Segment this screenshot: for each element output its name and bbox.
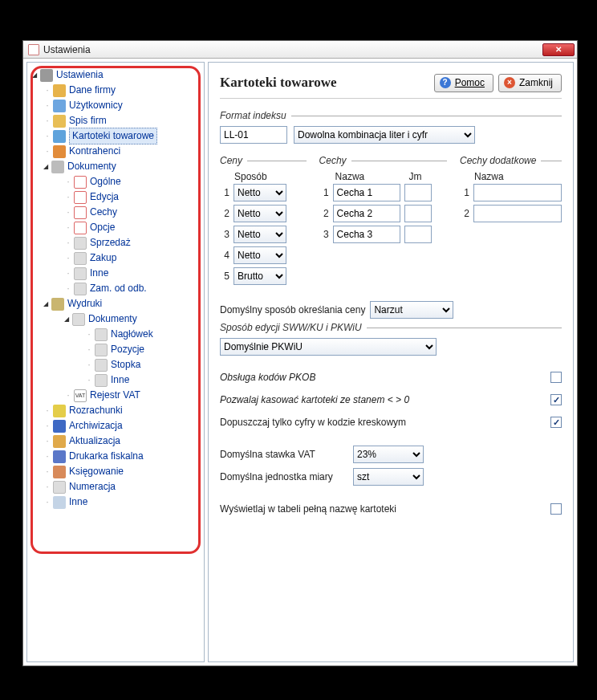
- price-mode-select[interactable]: Netto: [234, 226, 286, 243]
- close-button[interactable]: × Zamknij: [498, 74, 562, 92]
- label: Nazwa: [335, 171, 403, 182]
- price-mode-select[interactable]: Netto: [234, 246, 286, 264]
- ceny-row: 5Brutto: [220, 266, 307, 287]
- legend: Cechy: [319, 155, 351, 166]
- default-price-select[interactable]: Narzut: [370, 301, 453, 319]
- tree-item-dane-firmy[interactable]: ·Dane firmy: [30, 83, 204, 98]
- tree-item-rejestr-vat[interactable]: ·VATRejestr VAT: [30, 388, 204, 403]
- tree-item-drukarka-fiskalna[interactable]: ·Drukarka fiskalna: [30, 449, 204, 464]
- pages-icon: [74, 267, 87, 280]
- money-icon: [53, 405, 66, 417]
- feature-name-input[interactable]: [333, 226, 400, 243]
- pages-icon: [74, 283, 87, 295]
- settings-tree[interactable]: ◢ Ustawienia ·Dane firmy ·Użytkownicy ·S…: [27, 63, 204, 515]
- tree-item-kontrahenci[interactable]: ·Kontrahenci: [30, 144, 204, 159]
- tree-item-wydruki-dokumenty[interactable]: ◢Dokumenty: [30, 311, 204, 327]
- page-icon: [74, 206, 87, 219]
- collapse-icon[interactable]: ◢: [30, 71, 39, 79]
- collapse-icon[interactable]: ◢: [63, 315, 71, 324]
- page-icon: [95, 328, 108, 341]
- house-icon: [53, 84, 66, 97]
- page-title: Kartoteki towarowe: [220, 75, 429, 91]
- tree-item-ogolne[interactable]: ·Ogólne: [30, 174, 204, 189]
- tree-item-numeracja[interactable]: ·Numeracja: [30, 479, 204, 494]
- row-number: 2: [319, 208, 329, 219]
- sww-select[interactable]: Domyślnie PKWiU: [220, 338, 437, 356]
- digits-barcode-checkbox[interactable]: [550, 417, 562, 428]
- row-number: 4: [220, 250, 229, 261]
- tree-item-dokumenty[interactable]: ◢Dokumenty: [30, 159, 204, 174]
- cechy-row: 1: [319, 182, 447, 203]
- legend: Ceny: [220, 155, 247, 166]
- tree-item-cechy[interactable]: ·Cechy: [30, 205, 204, 220]
- page-icon: [74, 222, 87, 234]
- price-mode-select[interactable]: Netto: [234, 205, 286, 222]
- wrench-icon: [40, 69, 53, 82]
- tree-item-uzytkownicy[interactable]: ·Użytkownicy: [30, 98, 204, 113]
- fullname-checkbox[interactable]: [550, 503, 562, 515]
- ceny-row: 4Netto: [220, 245, 307, 266]
- tree-item-zam-od-odb[interactable]: ·Zam. od odb.: [30, 281, 204, 296]
- tree-item-archiwizacja[interactable]: ·Archiwizacja: [30, 418, 204, 433]
- user-icon: [53, 100, 66, 112]
- group-sww: Sposób edycji SWW/KU i PKWiU Domyślnie P…: [220, 322, 562, 356]
- unit-select[interactable]: szt: [353, 468, 424, 486]
- index-format-input[interactable]: [220, 126, 287, 144]
- window-close-button[interactable]: ✕: [542, 43, 575, 56]
- tree-item-opcje[interactable]: ·Opcje: [30, 220, 204, 235]
- tree-item-inne2[interactable]: ·Inne: [30, 494, 204, 510]
- tree-item-wydruki[interactable]: ◢Wydruki: [30, 296, 204, 311]
- tree-item-zakup[interactable]: ·Zakup: [30, 250, 204, 266]
- tree-item-inne[interactable]: ·Inne: [30, 266, 204, 281]
- tree-item-rozrachunki[interactable]: ·Rozrachunki: [30, 403, 204, 418]
- pkob-checkbox[interactable]: [550, 372, 562, 383]
- feature-jm-input[interactable]: [404, 205, 432, 222]
- tree-item-edycja[interactable]: ·Edycja: [30, 189, 204, 205]
- feature-name-input[interactable]: [333, 205, 400, 222]
- divider: [220, 98, 562, 99]
- window-icon: [28, 44, 39, 55]
- index-mode-select[interactable]: Dowolna kombinacja liter i cyfr: [294, 126, 475, 144]
- ceny-row: 3Netto: [220, 224, 307, 245]
- tree-item-wydruki-inne[interactable]: ·Inne: [30, 372, 204, 388]
- tree-root[interactable]: ◢ Ustawienia: [30, 67, 204, 83]
- settings-window: Ustawienia ✕ ◢ Ustawienia ·Dane firmy ·U…: [22, 40, 578, 666]
- help-icon: ?: [440, 77, 451, 88]
- window-title: Ustawienia: [43, 44, 542, 55]
- help-button[interactable]: ? Pomoc: [434, 74, 493, 92]
- feature-jm-input[interactable]: [404, 226, 432, 243]
- ledger-icon: [53, 466, 66, 478]
- tree-item-spis-firm[interactable]: ·Spis firm: [30, 113, 204, 128]
- tree-item-sprzedaz[interactable]: ·Sprzedaż: [30, 235, 204, 250]
- tree-item-naglowek[interactable]: ·Nagłówek: [30, 327, 204, 342]
- page-icon: [95, 359, 108, 372]
- tree-item-pozycje[interactable]: ·Pozycje: [30, 342, 204, 357]
- feature-jm-input[interactable]: [404, 184, 432, 201]
- tree-item-kartoteki-towarowe[interactable]: ·Kartoteki towarowe: [30, 128, 204, 144]
- books-icon: [53, 115, 66, 128]
- box-icon: [53, 435, 66, 448]
- cechy-row: 3: [319, 224, 447, 245]
- collapse-icon[interactable]: ◢: [42, 163, 50, 171]
- extra-feature-input[interactable]: [473, 205, 562, 222]
- feature-name-input[interactable]: [333, 184, 400, 201]
- legend: Cechy dodatkowe: [460, 155, 541, 166]
- cube-icon: [53, 130, 66, 143]
- collapse-icon[interactable]: ◢: [42, 300, 50, 308]
- row-number: 2: [460, 208, 469, 219]
- extra-feature-input[interactable]: [473, 184, 562, 201]
- tree-item-ksiegowanie[interactable]: ·Księgowanie: [30, 464, 204, 479]
- price-mode-select[interactable]: Netto: [234, 184, 286, 201]
- price-mode-select[interactable]: Brutto: [234, 267, 286, 285]
- cechy-row: 2: [319, 203, 447, 224]
- label: Sposób: [220, 171, 307, 182]
- label: Jm: [409, 171, 422, 182]
- printer-icon: [53, 450, 66, 463]
- tree-item-stopka[interactable]: ·Stopka: [30, 357, 204, 372]
- tree-item-aktualizacja[interactable]: ·Aktualizacja: [30, 433, 204, 449]
- row-number: 3: [220, 229, 229, 240]
- label: Dopuszczaj tylko cyfry w kodzie kreskowy…: [220, 417, 406, 428]
- label: Domyślna jednostka miary: [220, 471, 348, 482]
- delete-stock-checkbox[interactable]: [550, 394, 562, 405]
- vat-select[interactable]: 23%: [353, 446, 424, 463]
